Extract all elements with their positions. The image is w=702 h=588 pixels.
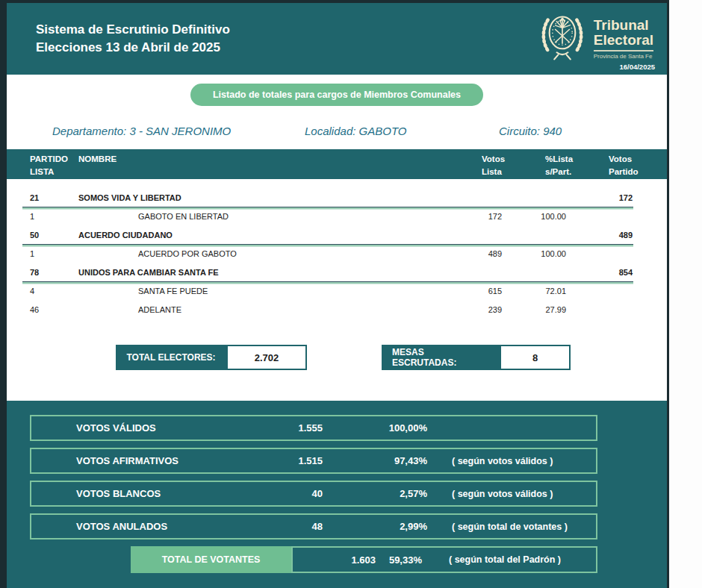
- summary-pct: 97,43%: [323, 455, 427, 466]
- tribunal-electoral-seal-icon: [538, 9, 587, 66]
- election-date-title: Elecciones 13 de Abril de 2025: [36, 39, 230, 57]
- summary-pct: 2,57%: [323, 488, 427, 499]
- party-votes: 489: [578, 226, 633, 245]
- summary-note: ( según votos válidos ): [427, 456, 596, 466]
- list-pct: 72.01: [515, 282, 566, 301]
- report-date: 16/04/2025: [619, 63, 655, 71]
- total-votantes-note: ( según total del Padrón ): [422, 554, 596, 565]
- location-meta: Departamento: 3 - SAN JERONIMO Localidad…: [7, 125, 667, 140]
- party-row: 78 UNIDOS PARA CAMBIAR SANTA FE 854: [22, 263, 633, 282]
- mesas-escrutadas-box: MESAS ESCRUTADAS: 8: [382, 345, 571, 370]
- summary-pct: 100,00%: [323, 422, 427, 434]
- departamento-label: Departamento:: [52, 125, 126, 137]
- summary-value: 48: [263, 521, 323, 532]
- report-page: Sistema de Escrutinio Definitivo Eleccio…: [0, 0, 669, 588]
- list-row: 1 GABOTO EN LIBERTAD 172 100.00: [7, 207, 667, 226]
- list-number: 46: [30, 301, 39, 319]
- list-votes: 615: [447, 282, 502, 301]
- total-votantes-pct: 59,33%: [376, 554, 422, 566]
- mesas-escrutadas-value: 8: [500, 345, 571, 370]
- list-row: 46 ADELANTE 239 27.99: [7, 301, 667, 319]
- tribunal-name-line1: Tribunal: [594, 18, 653, 33]
- party-name: ACUERDO CIUDADANO: [78, 226, 173, 245]
- total-votantes-label: TOTAL DE VOTANTES: [131, 546, 291, 573]
- list-pct: 27.99: [515, 301, 566, 319]
- summary-row-anulados: VOTOS ANULADOS 48 2,99% ( según total de…: [30, 513, 597, 539]
- party-votes: 854: [578, 263, 633, 282]
- totals-row: TOTAL ELECTORES: 2.702 MESAS ESCRUTADAS:…: [7, 345, 667, 370]
- party-row: 21 SOMOS VIDA Y LIBERTAD 172: [22, 189, 633, 207]
- list-number: 1: [30, 207, 34, 226]
- circuito-label: Circuito:: [499, 125, 540, 137]
- summary-value: 1.515: [263, 455, 323, 466]
- system-title: Sistema de Escrutinio Definitivo Eleccio…: [36, 21, 230, 57]
- summary-label: VOTOS AFIRMATIVOS: [31, 455, 263, 466]
- summary-label: VOTOS BLANCOS: [31, 488, 263, 499]
- summary-row-blancos: VOTOS BLANCOS 40 2,57% ( según votos vál…: [30, 481, 597, 507]
- party-number: 21: [30, 189, 39, 207]
- summary-row-validos: VOTOS VÁLIDOS 1.555 100,00%: [30, 415, 597, 441]
- list-name: GABOTO EN LIBERTAD: [138, 207, 229, 226]
- circuito: Circuito: 940: [499, 125, 562, 137]
- list-name: ACUERDO POR GABOTO: [138, 245, 237, 263]
- list-votes: 489: [447, 245, 502, 263]
- party-number: 50: [30, 226, 39, 245]
- departamento: Departamento: 3 - SAN JERONIMO: [52, 125, 231, 137]
- col-partido-lista: PARTIDOLISTA: [30, 153, 68, 178]
- list-number: 4: [30, 282, 34, 301]
- circuito-value: 940: [543, 125, 562, 137]
- summary-row-afirmativos: VOTOS AFIRMATIVOS 1.515 97,43% ( según v…: [30, 448, 597, 474]
- mesas-escrutadas-label: MESAS ESCRUTADAS:: [382, 345, 500, 370]
- party-votes: 172: [578, 189, 633, 207]
- list-pct: 100.00: [515, 245, 566, 263]
- list-votes: 239: [447, 301, 502, 319]
- total-votantes-values: 1.603 59,33% ( según total del Padrón ): [291, 546, 597, 573]
- list-name: ADELANTE: [138, 301, 181, 319]
- departamento-value: 3 - SAN JERONIMO: [129, 125, 231, 137]
- list-votes: 172: [447, 207, 502, 226]
- party-number: 78: [30, 263, 39, 282]
- localidad: Localidad: GABOTO: [305, 125, 406, 137]
- col-votos-lista: VotosLista: [482, 153, 505, 178]
- total-electores-value: 2.702: [226, 345, 307, 370]
- party-row: 50 ACUERDO CIUDADANO 489: [22, 226, 633, 245]
- summary-label: VOTOS VÁLIDOS: [31, 422, 263, 434]
- total-electores-label: TOTAL ELECTORES:: [116, 345, 226, 370]
- summary-pct: 2,99%: [323, 521, 427, 532]
- localidad-label: Localidad:: [305, 125, 355, 137]
- report-title-banner: Listado de totales para cargos de Miembr…: [190, 84, 483, 106]
- list-number: 1: [30, 245, 34, 263]
- tribunal-name-block: Tribunal Electoral Provincia de Santa Fe: [594, 9, 653, 60]
- total-votantes-value: 1.603: [293, 554, 376, 566]
- party-name: SOMOS VIDA Y LIBERTAD: [78, 189, 181, 207]
- tribunal-subtitle: Provincia de Santa Fe: [594, 50, 653, 60]
- banner-row: Listado de totales para cargos de Miembr…: [7, 84, 667, 106]
- list-pct: 100.00: [515, 207, 566, 226]
- results-table-body: 21 SOMOS VIDA Y LIBERTAD 172 1 GABOTO EN…: [7, 189, 667, 319]
- col-pct-lista: %Listas/Part.: [545, 153, 573, 178]
- list-row: 1 ACUERDO POR GABOTO 489 100.00: [7, 245, 667, 263]
- col-nombre: NOMBRE: [78, 153, 117, 166]
- list-name: SANTA FE PUEDE: [138, 282, 208, 301]
- report-header: Sistema de Escrutinio Definitivo Eleccio…: [7, 3, 667, 75]
- screen: Sistema de Escrutinio Definitivo Eleccio…: [0, 0, 702, 588]
- tribunal-name-line2: Electoral: [594, 33, 653, 48]
- localidad-value: GABOTO: [359, 125, 407, 137]
- summary-note: ( según votos válidos ): [427, 489, 596, 499]
- tribunal-brand: Tribunal Electoral Provincia de Santa Fe: [538, 9, 653, 66]
- summary-value: 1.555: [263, 422, 323, 434]
- system-title-line1: Sistema de Escrutinio Definitivo: [36, 21, 230, 39]
- summary-value: 40: [263, 488, 323, 499]
- total-votantes-row: TOTAL DE VOTANTES 1.603 59,33% ( según t…: [131, 546, 597, 573]
- col-votos-partido: VotosPartido: [609, 153, 639, 178]
- list-row: 4 SANTA FE PUEDE 615 72.01: [7, 282, 667, 301]
- summary-panel: VOTOS VÁLIDOS 1.555 100,00% VOTOS AFIRMA…: [7, 401, 667, 588]
- results-table-header: PARTIDOLISTA NOMBRE VotosLista %Listas/P…: [7, 149, 667, 179]
- summary-label: VOTOS ANULADOS: [31, 521, 263, 532]
- party-name: UNIDOS PARA CAMBIAR SANTA FE: [78, 263, 219, 282]
- summary-note: ( según total de votantes ): [427, 522, 596, 532]
- total-electores-box: TOTAL ELECTORES: 2.702: [116, 345, 307, 370]
